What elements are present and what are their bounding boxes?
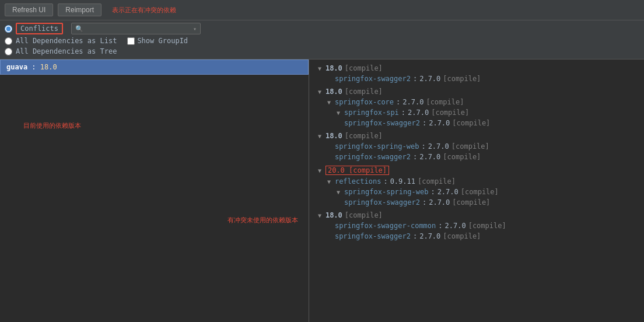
dep-separator: : [32, 63, 40, 71]
list-item[interactable]: guava : 18.0 [0, 60, 309, 75]
collapse-arrow-2b[interactable]: ▼ [335, 110, 342, 116]
show-groupid-checkbox-label: Show GroupId [127, 37, 188, 45]
tree-version-5: 18.0 [326, 211, 342, 219]
dropdown-arrow-icon[interactable]: ▾ [193, 26, 197, 32]
all-deps-tree-label: All Dependencies as Tree [16, 47, 117, 55]
reimport-button[interactable]: Reimport [58, 4, 102, 16]
tree-node-2: ▼ 18.0 [compile] ▼ springfox-core : 2.7.… [309, 85, 644, 130]
tree-node-4: ▼ 20.0 [compile] ▼ reflections : 0.9.11 … [309, 163, 644, 209]
filter-group: Conflicts 🔍 ▾ All Dependencies as List S… [0, 20, 644, 60]
search-box[interactable]: 🔍 ▾ [71, 23, 201, 34]
toolbar: Refresh UI Reimport 表示正在有冲突的依赖 [0, 0, 644, 20]
dep-springfox-swagger-common: springfox-swagger-common [335, 222, 436, 230]
show-groupid-checkbox[interactable] [127, 37, 135, 45]
dep-springfox-swagger2-5: springfox-swagger2 [335, 232, 411, 240]
tree-scope-3: [compile] [345, 132, 383, 140]
all-deps-list-radio[interactable] [5, 37, 12, 45]
collapse-arrow-3[interactable]: ▼ [316, 133, 323, 139]
dep-reflections: reflections [335, 177, 381, 186]
dep-springfox-spring-web-2: springfox-spring-web [344, 188, 429, 196]
all-deps-tree-radio-row: All Dependencies as Tree [5, 46, 639, 57]
tree-version-conflict: 20.0 [compile] [326, 166, 389, 175]
list-item: springfox-swagger2 : 2.7.0 [compile] [323, 231, 644, 242]
tree-version-2: 18.0 [326, 88, 342, 96]
search-icon: 🔍 [75, 25, 83, 33]
collapse-arrow-4a[interactable]: ▼ [326, 178, 332, 185]
list-item: ▼ springfox-spring-web : 2.7.0 [compile] [332, 187, 644, 197]
list-item: ▼ springfox-core : 2.7.0 [compile] [323, 97, 644, 107]
dep-springfox-core: springfox-core [335, 98, 394, 106]
search-input[interactable] [86, 24, 191, 33]
main-area: guava : 18.0 目前使用的依赖版本 ▼ 18.0 [compile] [0, 60, 644, 322]
collapse-arrow-5[interactable]: ▼ [316, 212, 323, 219]
collapse-arrow-2[interactable]: ▼ [316, 89, 323, 95]
current-version-annotation: 目前使用的依赖版本 [23, 122, 81, 129]
dep-springfox-swagger2-3: springfox-swagger2 [335, 153, 411, 161]
conflicts-radio-row: Conflicts 🔍 ▾ [5, 22, 639, 36]
tree-node-3: ▼ 18.0 [compile] springfox-spring-web : … [309, 130, 644, 163]
left-panel: guava : 18.0 目前使用的依赖版本 [0, 60, 309, 322]
list-item: ▼ springfox-spi : 2.7.0 [compile] [332, 107, 644, 118]
all-deps-list-label: All Dependencies as List [16, 37, 117, 45]
dep-springfox-spring-web-1: springfox-spring-web [335, 142, 419, 150]
list-item: springfox-swagger2 : 2.7.0 [compile] [332, 197, 644, 208]
all-deps-list-radio-row: All Dependencies as List Show GroupId [5, 36, 639, 46]
right-panel: ▼ 18.0 [compile] springfox-swagger2 : 2.… [309, 60, 644, 322]
list-item: springfox-swagger2 : 2.7.0 [compile] [323, 74, 644, 84]
refresh-ui-button[interactable]: Refresh UI [5, 4, 53, 16]
annotation-current: 目前使用的依赖版本 [23, 121, 309, 130]
show-groupid-label: Show GroupId [137, 37, 188, 45]
all-deps-tree-radio[interactable] [5, 48, 12, 55]
dep-name: guava [6, 63, 27, 71]
conflicts-label: Conflicts [16, 23, 63, 34]
tree-scope-1: [compile] [345, 64, 383, 72]
tree-node-5: ▼ 18.0 [compile] springfox-swagger-commo… [309, 209, 644, 243]
list-item: springfox-swagger2 : 2.7.0 [compile] [332, 118, 644, 128]
tree-scope-5: [compile] [345, 211, 383, 219]
conflicts-radio[interactable] [5, 25, 12, 33]
collapse-arrow-4b[interactable]: ▼ [335, 189, 342, 195]
dep-version: 18.0 [40, 63, 57, 71]
collapse-arrow-2a[interactable]: ▼ [326, 99, 332, 106]
tree-node-1: ▼ 18.0 [compile] springfox-swagger2 : 2.… [309, 62, 644, 85]
list-item: springfox-swagger2 : 2.7.0 [compile] [323, 152, 644, 162]
list-item: springfox-swagger-common : 2.7.0 [compil… [323, 220, 644, 231]
annotation-conflicts: 表示正在有冲突的依赖 [112, 6, 176, 15]
tree-version-1: 18.0 [326, 64, 342, 72]
collapse-arrow-4[interactable]: ▼ [316, 167, 323, 174]
list-item: ▼ reflections : 0.9.11 [compile] [323, 176, 644, 187]
dep-springfox-swagger2-1: springfox-swagger2 [335, 75, 411, 83]
tree-version-3: 18.0 [326, 132, 342, 140]
tree-scope-2: [compile] [345, 88, 383, 96]
dep-springfox-swagger2-4: springfox-swagger2 [344, 198, 420, 206]
list-item: springfox-spring-web : 2.7.0 [compile] [323, 141, 644, 152]
dep-springfox-swagger2-2: springfox-swagger2 [344, 119, 420, 127]
collapse-arrow-1[interactable]: ▼ [316, 65, 323, 72]
dep-springfox-spi: springfox-spi [344, 108, 399, 117]
